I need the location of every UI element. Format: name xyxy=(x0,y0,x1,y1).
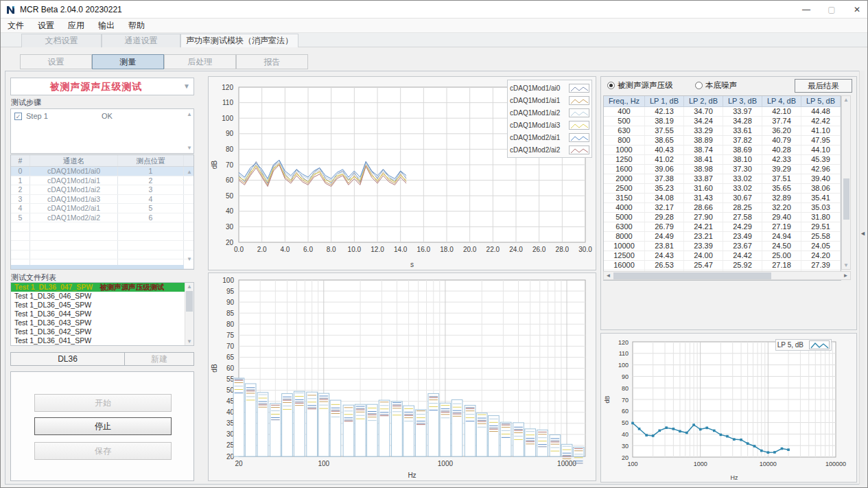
column-header[interactable]: Freq., Hz xyxy=(604,96,645,106)
cell: cDAQ1Mod2/ai1 xyxy=(30,204,118,213)
cell: 40.43 xyxy=(645,146,684,154)
legend-line-sample xyxy=(569,84,589,93)
step-checkbox[interactable]: ✓ xyxy=(14,113,22,120)
svg-text:100000: 100000 xyxy=(825,461,846,467)
freq-row[interactable]: 40042.1334.7033.9742.1044.48 xyxy=(604,107,841,117)
chart-canvas: 2030405060708090100110120100100010000100… xyxy=(601,334,856,482)
cell: 39.40 xyxy=(801,174,841,183)
svg-text:20.0: 20.0 xyxy=(463,246,477,253)
cell: 3 xyxy=(11,195,30,204)
stop-button[interactable]: 停止 xyxy=(34,417,172,435)
cell: 2 xyxy=(11,185,30,194)
freq-row[interactable]: 80038.6538.8937.8240.7947.95 xyxy=(604,136,841,146)
cell: 26.53 xyxy=(645,261,684,270)
scroll-down-icon[interactable]: ▼ xyxy=(185,145,193,151)
horizontal-scrollbar[interactable]: ◄ ► xyxy=(603,271,851,280)
freq-row[interactable]: 400032.1728.6628.2532.2035.03 xyxy=(604,203,841,213)
channel-row[interactable]: 0cDAQ1Mod1/ai01 xyxy=(11,167,193,176)
panel-splitter[interactable]: ◄ xyxy=(859,71,865,485)
horizontal-scrollbar[interactable] xyxy=(11,265,184,269)
test-type-dropdown[interactable]: 被测声源声压级测试 ▼ xyxy=(10,78,194,95)
channel-row[interactable]: 2cDAQ1Mod1/ai23 xyxy=(11,185,193,195)
freq-row[interactable]: 1000023.8123.3923.6724.5024.05 xyxy=(604,242,841,251)
chevron-down-icon[interactable]: ▼ xyxy=(181,81,192,92)
menu-item[interactable]: 设置 xyxy=(31,19,61,33)
file-item[interactable]: Test 1_DL36_042_SPW xyxy=(11,327,193,336)
cell: 32.20 xyxy=(762,203,801,212)
freq-row[interactable]: 800024.4923.2123.4924.9425.58 xyxy=(604,232,841,242)
freq-row[interactable]: 630026.7924.2124.2927.1929.51 xyxy=(604,222,841,232)
sub-tab[interactable]: 测量 xyxy=(92,54,164,69)
main-tab[interactable]: 文档设置 xyxy=(21,34,102,47)
freq-row[interactable]: 250035.2331.6033.0235.6538.06 xyxy=(604,184,841,194)
scroll-down-icon[interactable]: ▼ xyxy=(842,262,850,268)
channel-row[interactable]: 5cDAQ1Mod2/ai26 xyxy=(11,213,193,223)
start-button[interactable]: 开始 xyxy=(34,394,172,412)
scroll-right-icon[interactable]: ► xyxy=(841,272,850,279)
maximize-button[interactable]: ▢ xyxy=(820,1,843,19)
vertical-scrollbar[interactable]: ▲ ▼ xyxy=(841,95,851,270)
vertical-scrollbar[interactable]: ▲ ▼ xyxy=(185,283,193,345)
file-item[interactable]: Test 1_DL36_041_SPW xyxy=(11,336,193,345)
freq-row[interactable]: 63037.5533.2933.6136.2041.10 xyxy=(604,126,841,136)
freq-row[interactable]: 125041.0238.4138.1042.3345.39 xyxy=(604,155,841,165)
scroll-down-icon[interactable]: ▼ xyxy=(185,256,193,262)
cell: 38.41 xyxy=(684,155,723,164)
menu-item[interactable]: 帮助 xyxy=(121,19,152,33)
freq-row[interactable]: 500029.2827.9027.5829.4031.80 xyxy=(604,213,841,222)
save-button[interactable]: 保存 xyxy=(34,442,172,460)
dl36-button[interactable]: DL36 xyxy=(10,352,125,366)
new-button[interactable]: 新建 xyxy=(124,352,194,366)
cell: 23.21 xyxy=(684,232,723,241)
radio-background-noise[interactable]: 本底噪声 xyxy=(695,80,737,91)
cell: 33.29 xyxy=(684,126,723,135)
file-item[interactable]: Test 1_DL36_046_SPW xyxy=(11,292,193,301)
freq-row[interactable]: 315034.0831.4330.6732.8935.41 xyxy=(604,194,841,203)
file-name: Test 1_DL36_046_SPW xyxy=(14,292,91,300)
cell: 41.02 xyxy=(645,155,684,164)
svg-text:20: 20 xyxy=(226,239,234,246)
file-item[interactable]: Test 1_DL36_043_SPW xyxy=(11,318,193,327)
scroll-up-icon[interactable]: ▲ xyxy=(185,283,193,290)
scroll-up-icon[interactable]: ▲ xyxy=(185,111,193,117)
freq-row[interactable]: 1250024.4324.0024.4225.0024.20 xyxy=(604,251,841,261)
file-item[interactable]: Test 1_DL36_047_SPW被测声源声压级测试 xyxy=(11,283,193,292)
column-header[interactable]: LP 4, dB xyxy=(762,96,801,106)
freq-row[interactable]: 50038.1934.2434.2837.7442.42 xyxy=(604,117,841,126)
column-header[interactable]: LP 2, dB xyxy=(684,96,723,106)
scroll-up-icon[interactable]: ▲ xyxy=(842,97,850,103)
menu-item[interactable]: 输出 xyxy=(91,19,121,33)
freq-row[interactable]: 100040.4338.7438.6940.2844.10 xyxy=(604,146,841,155)
main-tab[interactable]: 通道设置 xyxy=(102,34,180,47)
close-button[interactable]: ✕ xyxy=(845,1,868,19)
step-row[interactable]: ✓ Step 1 OK xyxy=(14,112,113,120)
scroll-up-icon[interactable]: ▲ xyxy=(185,169,193,175)
minimize-button[interactable]: — xyxy=(795,1,818,19)
column-header[interactable]: LP 3, dB xyxy=(723,96,762,106)
file-item[interactable]: Test 1_DL36_045_SPW xyxy=(11,301,193,310)
radio-source-level[interactable]: 被测声源声压级 xyxy=(607,80,673,91)
scroll-left-icon[interactable]: ◄ xyxy=(604,272,613,279)
column-header[interactable]: LP 5, dB xyxy=(801,96,841,106)
svg-text:14.0: 14.0 xyxy=(394,246,408,253)
freq-row[interactable]: 1600026.5325.4725.9227.1827.39 xyxy=(604,261,841,270)
column-header[interactable]: LP 1, dB xyxy=(645,96,684,106)
channel-row[interactable]: 1cDAQ1Mod1/ai12 xyxy=(11,176,193,186)
svg-text:60: 60 xyxy=(226,176,234,184)
menu-item[interactable]: 应用 xyxy=(61,19,91,33)
main-tab[interactable]: 声功率测试模块（消声室法） xyxy=(180,34,298,47)
sub-tab[interactable]: 报告 xyxy=(236,54,308,69)
channel-row[interactable]: 4cDAQ1Mod2/ai15 xyxy=(11,204,193,213)
sub-tab[interactable]: 后处理 xyxy=(164,54,236,69)
freq-row[interactable]: 160039.0638.9837.3039.2942.96 xyxy=(604,165,841,174)
menu-item[interactable]: 文件 xyxy=(1,19,31,33)
sub-tab[interactable]: 设置 xyxy=(20,54,92,69)
freq-row[interactable]: 200037.3833.8733.0237.5139.40 xyxy=(604,174,841,184)
channel-row[interactable]: 3cDAQ1Mod1/ai34 xyxy=(11,195,193,205)
radio-on-icon xyxy=(607,82,615,89)
file-name: Test 1_DL36_044_SPW xyxy=(14,310,91,318)
file-item[interactable]: Test 1_DL36_044_SPW xyxy=(11,310,193,318)
scroll-down-icon[interactable]: ▼ xyxy=(185,338,193,345)
final-result-button[interactable]: 最后结果 xyxy=(795,79,852,93)
collapse-left-icon[interactable]: ◄ xyxy=(860,230,866,237)
